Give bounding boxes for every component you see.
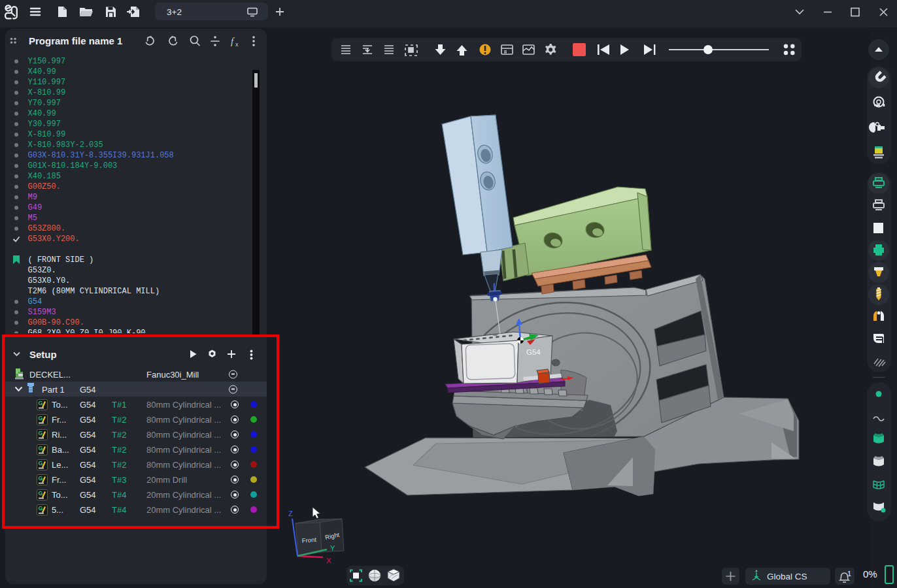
svg-text:1: 1	[847, 570, 851, 578]
svg-text:f: f	[231, 36, 235, 46]
svg-text:Program file name 1: Program file name 1	[29, 35, 122, 46]
svg-text:Global CS: Global CS	[767, 572, 807, 581]
svg-text:x: x	[235, 41, 239, 48]
svg-text:X: X	[326, 557, 331, 564]
svg-text:3+2: 3+2	[167, 7, 182, 17]
svg-text:Z: Z	[288, 510, 293, 517]
svg-text:Front: Front	[301, 536, 316, 544]
svg-text:G54: G54	[526, 348, 541, 356]
svg-text:Y: Y	[330, 544, 335, 552]
